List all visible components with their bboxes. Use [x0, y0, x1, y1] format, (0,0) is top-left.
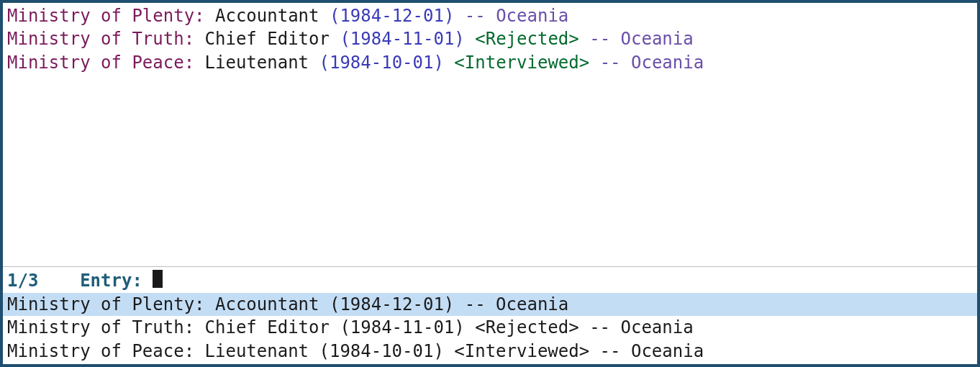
position-label: Chief Editor: [205, 29, 330, 49]
separator: --: [465, 6, 486, 26]
ministry-label: Ministry of Peace: [7, 53, 184, 73]
result-row: Ministry of Peace: Lieutenant (1984-10-0…: [7, 51, 973, 74]
country-label: Oceania: [631, 53, 704, 73]
country-label: Oceania: [496, 6, 568, 26]
date-label: (1984-12-01): [330, 6, 454, 26]
prompt-bar[interactable]: 1/3 Entry:: [3, 267, 977, 293]
list-item[interactable]: Ministry of Peace: Lieutenant (1984-10-0…: [3, 340, 977, 363]
date-label: (1984-11-01): [340, 29, 464, 49]
separator: --: [589, 29, 610, 49]
ministry-label: Ministry of Plenty: [7, 6, 194, 26]
match-counter: 1/3: [7, 269, 38, 292]
list-item[interactable]: Ministry of Plenty: Accountant (1984-12-…: [3, 293, 977, 316]
ministry-label: Ministry of Truth: [7, 29, 184, 49]
result-row: Ministry of Truth: Chief Editor (1984-11…: [7, 27, 973, 50]
status-label: <Interviewed>: [454, 53, 589, 73]
candidate-list[interactable]: Ministry of Plenty: Accountant (1984-12-…: [3, 293, 977, 364]
results-pane: Ministry of Plenty: Accountant (1984-12-…: [3, 3, 977, 266]
result-row: Ministry of Plenty: Accountant (1984-12-…: [7, 4, 973, 27]
position-label: Lieutenant: [205, 53, 309, 73]
position-label: Accountant: [215, 6, 319, 26]
prompt-label: Entry:: [80, 269, 142, 292]
separator: --: [600, 53, 621, 73]
text-cursor[interactable]: [153, 270, 162, 288]
list-item[interactable]: Ministry of Truth: Chief Editor (1984-11…: [3, 316, 977, 339]
status-label: <Rejected>: [475, 29, 579, 49]
date-label: (1984-10-01): [319, 53, 444, 73]
country-label: Oceania: [621, 29, 694, 49]
